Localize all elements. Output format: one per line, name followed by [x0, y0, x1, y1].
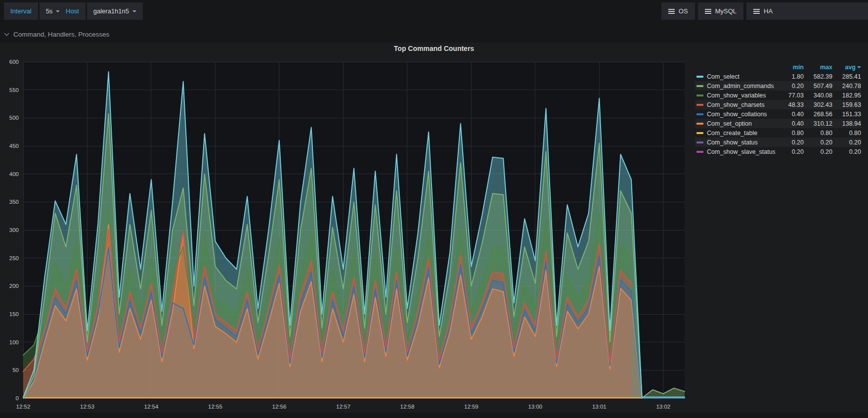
- y-tick-label: 200: [9, 283, 19, 289]
- y-tick-label: 250: [9, 255, 19, 261]
- y-tick-label: 0: [16, 395, 19, 401]
- y-tick-label: 450: [9, 143, 19, 149]
- legend-sort-min[interactable]: min: [775, 64, 804, 71]
- y-tick-label: 50: [12, 367, 19, 373]
- legend-max-value: 310.12: [804, 120, 832, 127]
- legend-series-label[interactable]: Com_show_variables: [707, 92, 775, 99]
- legend-avg-value: 151.33: [832, 111, 861, 118]
- grafana-dashboard: { "toolbar": { "interval_label": "Interv…: [0, 0, 868, 418]
- legend-row: Com_admin_commands0.20507.49240.78: [695, 81, 861, 91]
- legend-min-value: 0.40: [775, 111, 804, 118]
- legend-max-value: 340.08: [804, 92, 832, 99]
- host-label: Host: [59, 2, 86, 20]
- legend-max-value: 507.49: [804, 83, 832, 90]
- legend-sort-max[interactable]: max: [804, 64, 832, 71]
- legend-avg-value: 0.20: [832, 148, 861, 155]
- menu-icon: [705, 11, 711, 12]
- nav-button-mysql[interactable]: MySQL: [698, 2, 743, 20]
- time-series-chart[interactable]: 05010015020025030035040045050055060012:5…: [0, 53, 692, 412]
- nav-button-os[interactable]: OS: [661, 2, 695, 20]
- legend-row: Com_show_variables77.03340.08182.95: [695, 91, 861, 100]
- legend-avg-value: 138.94: [832, 120, 861, 127]
- legend-max-value: 268.56: [804, 111, 832, 118]
- legend-avg-value: 0.80: [832, 130, 861, 137]
- legend-row: Com_set_option0.40310.12138.94: [695, 119, 861, 128]
- host-dropdown[interactable]: galera1h1n5: [87, 2, 143, 20]
- nav-button-label: OS: [679, 7, 688, 15]
- panel-title[interactable]: Top Command Counters: [0, 45, 868, 52]
- legend-avg-value: 182.95: [832, 92, 861, 99]
- row-title: Command, Handlers, Processes: [13, 31, 109, 38]
- legend-min-value: 1.80: [775, 73, 804, 80]
- legend-series-label[interactable]: Com_create_table: [707, 130, 775, 137]
- y-tick-label: 350: [9, 199, 19, 205]
- legend-series-label[interactable]: Com_select: [707, 73, 775, 80]
- y-tick-label: 600: [9, 59, 19, 65]
- interval-label: Interval: [4, 2, 38, 20]
- legend-max-value: 0.80: [804, 130, 832, 137]
- x-tick-label: 12:53: [80, 404, 94, 410]
- dashboard-links: OS MySQL HA: [658, 2, 868, 20]
- x-tick-label: 12:58: [400, 404, 415, 410]
- chevron-down-icon: [4, 31, 9, 36]
- legend-avg-value: 159.63: [832, 101, 861, 108]
- legend-series-label[interactable]: Com_show_status: [707, 139, 775, 146]
- series-color-swatch[interactable]: [696, 76, 703, 78]
- legend-min-value: 77.03: [775, 92, 804, 99]
- y-tick-label: 500: [9, 115, 19, 121]
- x-tick-label: 12:56: [272, 404, 287, 410]
- legend-avg-value: 285.41: [832, 73, 861, 80]
- nav-button-label: MySQL: [715, 7, 737, 15]
- legend-row: Com_show_charsets48.33302.43159.63: [695, 100, 861, 109]
- legend-series-label[interactable]: Com_show_collations: [707, 111, 775, 118]
- x-tick-label: 13:02: [656, 404, 670, 410]
- legend-row: Com_create_table0.800.800.80: [695, 128, 861, 138]
- legend-sort-avg[interactable]: avg: [832, 64, 861, 71]
- x-tick-label: 12:54: [144, 404, 159, 410]
- series-color-swatch[interactable]: [696, 151, 703, 153]
- x-tick-label: 12:57: [336, 404, 350, 410]
- series-color-swatch[interactable]: [696, 94, 703, 96]
- legend-series-label[interactable]: Com_admin_commands: [707, 83, 775, 90]
- series-color-swatch[interactable]: [696, 141, 703, 143]
- series-color-swatch[interactable]: [696, 113, 703, 115]
- series-color-swatch[interactable]: [696, 85, 703, 87]
- host-variable: Host galera1h1n5: [59, 2, 144, 20]
- legend-table: minmaxavgCom_select1.80582.39285.41Com_a…: [695, 62, 861, 156]
- legend-min-value: 0.40: [775, 120, 804, 127]
- series-color-swatch[interactable]: [696, 132, 703, 134]
- legend-min-value: 0.20: [775, 83, 804, 90]
- y-tick-label: 300: [9, 227, 19, 233]
- menu-icon: [753, 11, 760, 12]
- y-tick-label: 150: [9, 311, 19, 317]
- legend-min-value: 0.80: [775, 130, 804, 137]
- legend-min-value: 0.20: [775, 139, 804, 146]
- y-tick-label: 100: [9, 339, 19, 345]
- dashboard-toolbar: Interval 5s Host galera1h1n5 OS MySQL HA: [4, 2, 868, 20]
- menu-icon: [668, 11, 675, 12]
- legend-max-value: 302.43: [804, 101, 832, 108]
- series-color-swatch[interactable]: [696, 123, 703, 125]
- legend-row: Com_show_collations0.40268.56151.33: [695, 109, 861, 119]
- legend-series-label[interactable]: Com_show_charsets: [707, 101, 775, 108]
- x-tick-label: 12:55: [208, 404, 222, 410]
- legend-series-label[interactable]: Com_set_option: [707, 120, 775, 127]
- x-tick-label: 12:59: [464, 404, 478, 410]
- legend-min-value: 48.33: [775, 101, 804, 108]
- legend-max-value: 582.39: [804, 73, 832, 80]
- legend-row: Com_select1.80582.39285.41: [695, 72, 861, 81]
- x-tick-label: 13:01: [592, 404, 607, 410]
- legend-row: Com_show_slave_status0.200.200.20: [695, 147, 861, 156]
- series-color-swatch[interactable]: [696, 104, 703, 106]
- legend-avg-value: 0.20: [832, 139, 861, 146]
- legend-series-label[interactable]: Com_show_slave_status: [707, 148, 775, 155]
- caret-down-icon: [132, 10, 136, 12]
- dashboard-row-toggle[interactable]: Command, Handlers, Processes: [5, 29, 109, 39]
- legend-header: minmaxavg: [695, 62, 861, 72]
- sort-desc-icon: [857, 66, 861, 68]
- interval-value: 5s: [46, 7, 53, 15]
- nav-button-ha[interactable]: HA: [746, 2, 868, 20]
- legend-avg-value: 240.78: [832, 83, 861, 90]
- nav-button-label: HA: [764, 7, 773, 15]
- interval-variable: Interval 5s: [4, 2, 68, 20]
